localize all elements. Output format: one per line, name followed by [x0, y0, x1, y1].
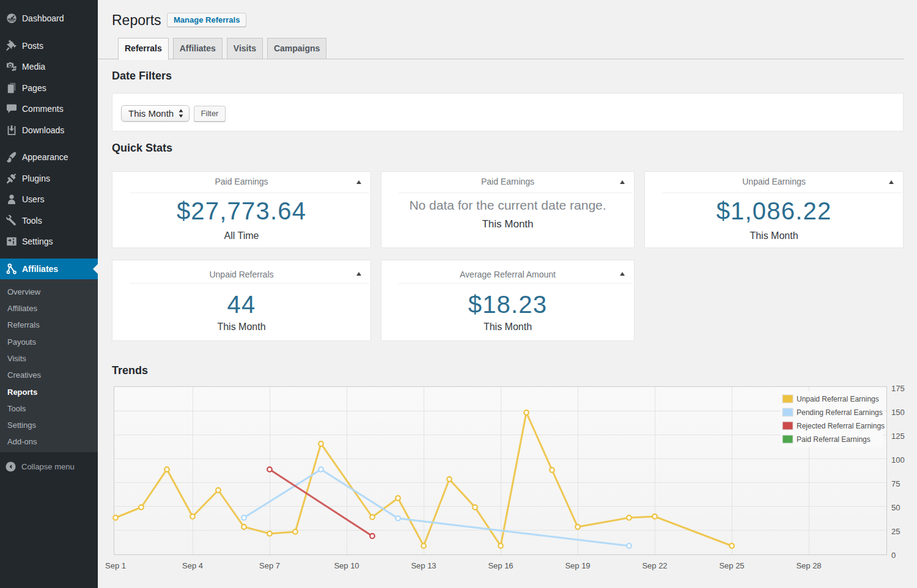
svg-text:Sep 1: Sep 1 [105, 561, 126, 570]
svg-text:Sep 25: Sep 25 [719, 561, 744, 570]
svg-text:Sep 7: Sep 7 [259, 561, 280, 570]
svg-text:125: 125 [891, 432, 905, 441]
svg-text:75: 75 [891, 479, 900, 488]
svg-text:0: 0 [891, 551, 896, 560]
svg-text:25: 25 [891, 527, 900, 536]
svg-text:50: 50 [891, 503, 900, 512]
svg-text:Sep 28: Sep 28 [796, 561, 821, 570]
svg-text:Sep 22: Sep 22 [642, 561, 667, 570]
svg-text:Unpaid Referral Earnings: Unpaid Referral Earnings [797, 395, 879, 403]
svg-text:Sep 19: Sep 19 [565, 561, 590, 570]
svg-text:Sep 10: Sep 10 [334, 561, 359, 570]
svg-text:Sep 4: Sep 4 [182, 561, 203, 570]
svg-text:175: 175 [891, 384, 905, 393]
svg-text:Pending Referral Earnings: Pending Referral Earnings [797, 408, 883, 417]
svg-text:Rejected Referral Earnings: Rejected Referral Earnings [797, 422, 885, 430]
svg-text:100: 100 [891, 455, 905, 465]
svg-text:Paid Referral Earnings: Paid Referral Earnings [797, 435, 871, 444]
svg-text:Sep 13: Sep 13 [411, 561, 436, 570]
svg-text:150: 150 [891, 408, 905, 417]
svg-text:Sep 16: Sep 16 [488, 561, 513, 570]
